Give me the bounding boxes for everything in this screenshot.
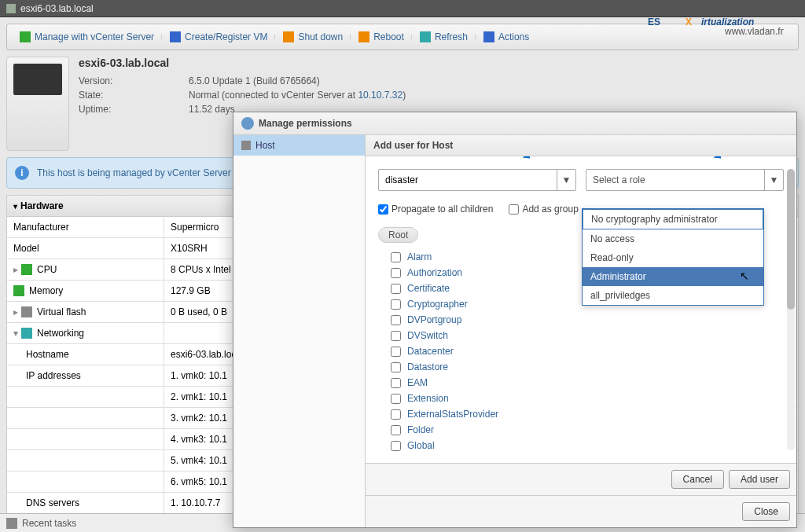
cancel-button[interactable]: Cancel (671, 470, 724, 489)
version-label: Version: (79, 75, 189, 86)
priv-checkbox[interactable] (391, 441, 401, 451)
inner-footer: Cancel Add user (366, 463, 796, 495)
priv-checkbox[interactable] (391, 394, 401, 404)
expand-toggle[interactable]: ▸ (13, 306, 18, 317)
role-option[interactable]: Administrator↖ (583, 267, 763, 286)
propagate-checkbox[interactable]: Propagate to all children (378, 204, 493, 215)
priv-checkbox[interactable] (391, 315, 401, 325)
priv-label: Extension (407, 393, 449, 404)
close-button[interactable]: Close (742, 502, 790, 521)
priv-checkbox[interactable] (391, 331, 401, 341)
actions-button[interactable]: Actions (476, 31, 537, 42)
hw-value: 4. vmk3: 10.1 (164, 429, 233, 449)
hw-value: 1. 10.10.7.7 (164, 493, 226, 513)
dialog-title-text: Manage permissions (259, 118, 352, 129)
users-icon (241, 117, 254, 130)
role-option[interactable]: Read-only (583, 248, 763, 267)
reboot-icon (358, 31, 369, 42)
refresh-icon (420, 31, 431, 42)
user-input[interactable] (379, 170, 557, 190)
refresh-button[interactable]: Refresh (412, 31, 476, 42)
chevron-down-icon[interactable]: ▼ (764, 170, 783, 190)
gear-icon (483, 31, 494, 42)
role-option[interactable]: No access (583, 229, 763, 248)
annotation-arrow: ➘ (515, 156, 533, 165)
expand-toggle[interactable]: ▸ (13, 264, 18, 275)
role-combo[interactable]: Select a role ▼ (586, 169, 784, 191)
priv-label: Alarm (407, 251, 432, 262)
scrollbar[interactable] (787, 169, 795, 450)
add-as-group-checkbox[interactable]: Add as group (509, 204, 578, 215)
priv-label: Datacenter (407, 346, 454, 357)
hw-label: Hostname (26, 349, 69, 360)
hw-label: Manufacturer (13, 222, 69, 233)
hw-label: Memory (29, 285, 63, 296)
priv-item[interactable]: ExternalStatsProvider (378, 406, 784, 422)
priv-checkbox[interactable] (391, 284, 401, 294)
expand-toggle[interactable]: ▾ (13, 328, 18, 339)
mem-icon (13, 285, 24, 296)
manage-permissions-dialog: Manage permissions Host Add user for Hos… (233, 112, 797, 528)
priv-item[interactable]: Datacenter (378, 343, 784, 359)
hw-value: 1. vmk0: 10.1 (164, 365, 233, 386)
hw-value: Supermicro (164, 217, 225, 237)
hw-label: DNS servers (26, 497, 79, 508)
state-label: State: (79, 90, 189, 101)
reboot-button[interactable]: Reboot (351, 31, 412, 42)
host-icon (6, 4, 16, 13)
sidebar-item-host[interactable]: Host (233, 135, 365, 156)
add-user-button[interactable]: Add user (729, 470, 790, 489)
root-pill[interactable]: Root (378, 227, 418, 243)
priv-checkbox[interactable] (391, 252, 401, 262)
hw-label: IP addresses (26, 370, 81, 381)
version-value: 6.5.0 Update 1 (Build 6765664) (189, 75, 320, 86)
priv-label: Datastore (407, 361, 448, 372)
vflash-icon (21, 306, 32, 317)
vcenter-ip-link[interactable]: 10.10.7.32 (358, 90, 402, 101)
priv-checkbox[interactable] (391, 347, 401, 357)
priv-label: DVPortgroup (407, 314, 461, 325)
chevron-down-icon[interactable]: ▼ (557, 170, 575, 190)
priv-checkbox[interactable] (391, 268, 401, 278)
priv-label: EAM (407, 377, 428, 388)
outer-footer: Close (366, 495, 796, 527)
hw-value: 5. vmk4: 10.1 (164, 450, 233, 471)
priv-item[interactable]: Datastore (378, 359, 784, 375)
hw-label: Model (13, 243, 39, 254)
create-vm-button[interactable]: Create/Register VM (162, 31, 275, 42)
shutdown-icon (283, 31, 294, 42)
priv-label: Folder (407, 424, 434, 435)
priv-item[interactable]: EAM (378, 375, 784, 391)
hw-value: X10SRH (164, 238, 214, 259)
dialog-sidebar: Host (233, 135, 366, 527)
priv-item[interactable]: DVPortgroup (378, 312, 784, 328)
priv-item[interactable]: Folder (378, 422, 784, 438)
priv-checkbox[interactable] (391, 378, 401, 388)
svg-text:X: X (686, 17, 692, 28)
role-placeholder: Select a role (586, 170, 764, 190)
priv-label: DVSwitch (407, 330, 448, 341)
priv-item[interactable]: Global (378, 438, 784, 453)
hw-value: 0 B used, 0 B (164, 302, 233, 322)
role-option[interactable]: No cryptography administrator (583, 209, 763, 229)
priv-checkbox[interactable] (391, 299, 401, 310)
hw-value: 127.9 GB (164, 281, 217, 301)
user-combo[interactable]: ▼ (378, 169, 576, 191)
uptime-label: Uptime: (79, 104, 189, 115)
manage-vcenter-button[interactable]: Manage with vCenter Server (12, 31, 162, 42)
hw-value: 2. vmk1: 10.1 (164, 387, 233, 407)
role-option[interactable]: all_priviledges (583, 286, 763, 305)
svg-text:www.vladan.fr: www.vladan.fr (724, 26, 784, 36)
priv-label: Authorization (407, 267, 462, 278)
priv-checkbox[interactable] (391, 425, 401, 435)
info-icon: i (15, 166, 29, 180)
scrollbar-thumb[interactable] (787, 169, 795, 310)
shutdown-button[interactable]: Shut down (275, 31, 351, 42)
priv-item[interactable]: DVSwitch (378, 328, 784, 343)
cpu-icon (21, 264, 32, 275)
priv-checkbox[interactable] (391, 409, 401, 420)
priv-item[interactable]: Extension (378, 391, 784, 406)
priv-checkbox[interactable] (391, 362, 401, 372)
hw-label: Virtual flash (37, 306, 86, 317)
cursor-icon: ↖ (740, 270, 749, 282)
